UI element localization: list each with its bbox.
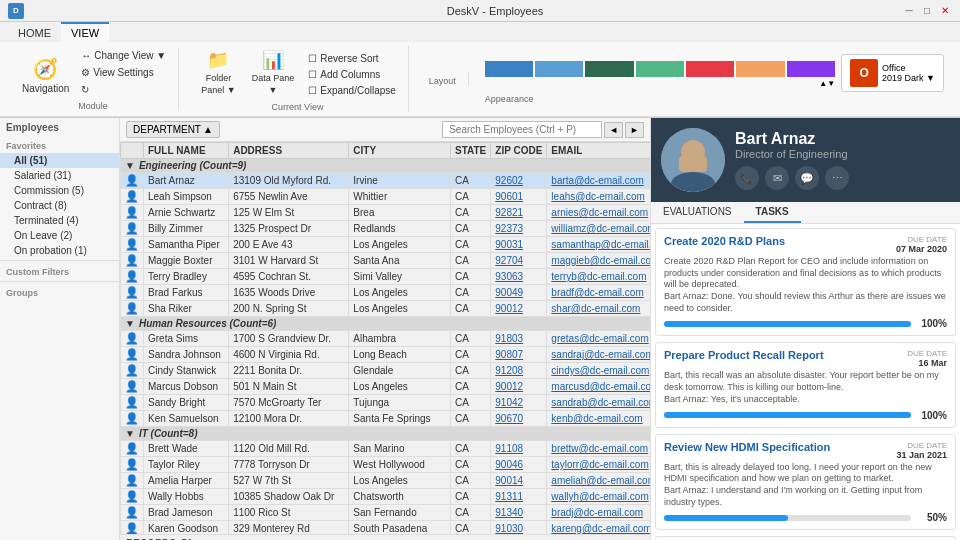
view-settings-button[interactable]: ⚙ View Settings [77,65,170,80]
table-row[interactable]: 👤Greta Sims1700 S Grandview Dr.AlhambraC… [121,331,651,347]
sidebar-item-terminated[interactable]: Terminated (4) [0,213,119,228]
task-item[interactable]: Report on the State of Engineering Dept … [655,536,956,540]
email-link[interactable]: samanthap@dc-email.com [551,239,650,250]
email-link[interactable]: sandrab@dc-email.com [551,397,650,408]
col-fullname[interactable]: FULL NAME [144,143,229,159]
table-row[interactable]: 👤Taylor Riley7778 Torryson DrWest Hollyw… [121,457,651,473]
sidebar-item-commission[interactable]: Commission (5) [0,183,119,198]
table-row[interactable]: 👤Sandra Johnson4600 N Virginia Rd.Long B… [121,347,651,363]
email-link[interactable]: marcusd@dc-email.com [551,381,650,392]
email-link[interactable]: brettw@dc-email.com [551,443,648,454]
color-bar-green[interactable] [636,61,684,77]
table-row[interactable]: 👤Terry Bradley4595 Cochran St.Simi Valle… [121,269,651,285]
zip-link[interactable]: 91208 [495,365,523,376]
col-city[interactable]: CITY [349,143,451,159]
zip-link[interactable]: 92373 [495,223,523,234]
change-view-button[interactable]: ↔ Change View ▼ [77,48,170,63]
search-next-button[interactable]: ► [625,122,644,138]
email-link[interactable]: taylorr@dc-email.com [551,459,648,470]
maximize-button[interactable]: □ [920,4,934,18]
color-scroll-down[interactable]: ▼ [827,79,835,88]
table-row[interactable]: 👤Brad Farkus1635 Woods DriveLos AngelesC… [121,285,651,301]
zip-link[interactable]: 91803 [495,333,523,344]
refresh-button[interactable]: ↻ [77,82,170,97]
zip-link[interactable]: 91108 [495,443,523,454]
table-row[interactable]: 👤Karen Goodson329 Monterey RdSouth Pasad… [121,521,651,535]
color-scroll-up[interactable]: ▲ [819,79,827,88]
table-row[interactable]: 👤Ken Samuelson12100 Mora Dr.Santa Fe Spr… [121,411,651,427]
table-row[interactable]: 👤Wally Hobbs10385 Shadow Oak DrChatswort… [121,489,651,505]
phone-button[interactable]: 📞 [735,166,759,190]
tab-evaluations[interactable]: EVALUATIONS [651,202,744,223]
tab-home[interactable]: HOME [8,22,61,42]
zip-link[interactable]: 90601 [495,191,523,202]
table-row[interactable]: 👤Bart Arnaz13109 Old Myford Rd.IrvineCA9… [121,173,651,189]
zip-link[interactable]: 92821 [495,207,523,218]
table-row[interactable]: 👤Brett Wade1120 Old Mill Rd.San MarinoCA… [121,441,651,457]
zip-link[interactable]: 90046 [495,459,523,470]
table-row[interactable]: 👤Arnie Schwartz125 W Elm StBreaCA92821ar… [121,205,651,221]
task-item[interactable]: Create 2020 R&D Plans DUE DATE 07 Mar 20… [655,228,956,336]
email-link[interactable]: sandraj@dc-email.com [551,349,650,360]
email-link[interactable]: shar@dc-email.com [551,303,640,314]
zip-link[interactable]: 90012 [495,303,523,314]
table-row[interactable]: 👤Sha Riker200 N. Spring StLos AngelesCA9… [121,301,651,317]
reverse-sort-button[interactable]: ☐ Reverse Sort [304,51,400,66]
tab-tasks[interactable]: TASKS [744,202,801,223]
email-link[interactable]: maggieb@dc-email.com [551,255,650,266]
table-row[interactable]: 👤Sandy Bright7570 McGroarty TerTujungaCA… [121,395,651,411]
email-link[interactable]: kenb@dc-email.com [551,413,642,424]
table-row[interactable]: 👤Samantha Piper200 E Ave 43Los AngelesCA… [121,237,651,253]
office-theme-button[interactable]: O Office2019 Dark ▼ [841,54,944,92]
folder-panel-button[interactable]: 📁 Folder Panel ▼ [195,46,241,98]
table-row[interactable]: 👤Billy Zimmer1325 Prospect DrRedlandsCA9… [121,221,651,237]
table-row[interactable]: 👤Cindy Stanwick2211 Bonita Dr.GlendaleCA… [121,363,651,379]
expand-collapse-button[interactable]: ☐ Expand/Collapse [304,83,400,98]
zip-link[interactable]: 91030 [495,523,523,534]
email-link[interactable]: wallyh@dc-email.com [551,491,648,502]
task-item[interactable]: Prepare Product Recall Report DUE DATE 1… [655,342,956,427]
email-link[interactable]: leahs@dc-email.com [551,191,645,202]
zip-link[interactable]: 92602 [495,175,523,186]
email-link[interactable]: williamz@dc-email.com [551,223,650,234]
zip-link[interactable]: 91311 [495,491,523,502]
zip-link[interactable]: 93063 [495,271,523,282]
table-row[interactable]: 👤Marcus Dobson501 N Main StLos AngelesCA… [121,379,651,395]
email-link[interactable]: cindys@dc-email.com [551,365,649,376]
close-button[interactable]: ✕ [938,4,952,18]
sidebar-item-all[interactable]: All (51) [0,153,119,168]
color-bar-red[interactable] [686,61,734,77]
color-bar-lightblue[interactable] [535,61,583,77]
email-link[interactable]: arnies@dc-email.com [551,207,648,218]
more-button[interactable]: ⋯ [825,166,849,190]
email-link[interactable]: bradj@dc-email.com [551,507,643,518]
zip-link[interactable]: 91042 [495,397,523,408]
add-columns-button[interactable]: ☐ Add Columns [304,67,400,82]
color-bar-darkgreen[interactable] [585,61,633,77]
minimize-button[interactable]: ─ [902,4,916,18]
email-link[interactable]: barta@dc-email.com [551,175,643,186]
search-input[interactable] [442,121,602,138]
col-address[interactable]: ADDRESS [229,143,349,159]
data-pane-button[interactable]: 📊 Data Pane ▼ [246,46,301,98]
zip-link[interactable]: 90049 [495,287,523,298]
email-button[interactable]: ✉ [765,166,789,190]
zip-link[interactable]: 92704 [495,255,523,266]
zip-link[interactable]: 90012 [495,381,523,392]
navigation-button[interactable]: 🧭 Navigation [16,54,75,97]
tab-view[interactable]: VIEW [61,22,109,42]
sidebar-item-salaried[interactable]: Salaried (31) [0,168,119,183]
color-bar-orange[interactable] [736,61,784,77]
col-email[interactable]: EMAIL [547,143,650,159]
email-link[interactable]: gretas@dc-email.com [551,333,648,344]
email-link[interactable]: kareng@dc-email.com [551,523,650,534]
zip-link[interactable]: 91340 [495,507,523,518]
table-row[interactable]: 👤Leah Simpson6755 Newlin AveWhittierCA90… [121,189,651,205]
color-bar-blue[interactable] [485,61,533,77]
zip-link[interactable]: 90670 [495,413,523,424]
color-bar-purple[interactable] [787,61,835,77]
zip-link[interactable]: 90014 [495,475,523,486]
task-item[interactable]: Review New HDMI Specification DUE DATE 3… [655,434,956,531]
zip-link[interactable]: 90031 [495,239,523,250]
table-row[interactable]: 👤Brad Jameson1100 Rico StSan FernandoCA9… [121,505,651,521]
